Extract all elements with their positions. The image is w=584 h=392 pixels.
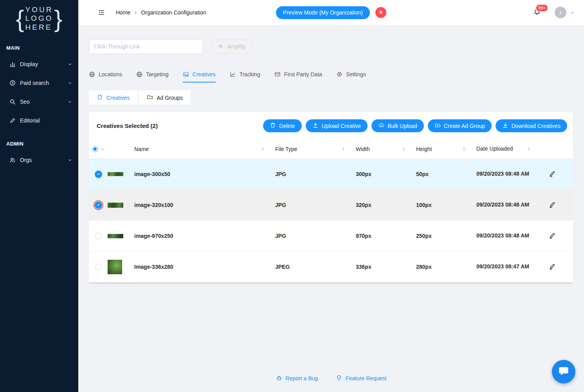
column-header-date-uploaded[interactable]: Date Uploaded ▲▼: [476, 145, 531, 153]
chat-widget-button[interactable]: [552, 360, 575, 383]
table-row[interactable]: image-320x100 JPG 320px 100px 09/20/2023…: [89, 190, 573, 221]
tab-first-party-data[interactable]: First Party Data: [274, 71, 322, 83]
cell-name: image-300x50: [134, 171, 275, 177]
cell-date-uploaded: 09/20/2023 08:47 AM: [476, 263, 531, 271]
top-bar: Home Organization Configuration Preview …: [78, 0, 584, 25]
sidebar-section-admin: ADMIN: [0, 130, 78, 151]
column-header-height[interactable]: Height ▲▼: [416, 146, 476, 152]
click-through-link-input[interactable]: [89, 39, 203, 54]
table-row[interactable]: image-970x250 JPG 970px 250px 09/20/2023…: [89, 221, 573, 252]
tab-tracking[interactable]: Tracking: [230, 71, 260, 83]
chevron-down-icon: [68, 158, 72, 162]
column-header-width[interactable]: Width ▲▼: [356, 146, 416, 152]
table-row[interactable]: image-300x50 JPG 300px 50px 09/20/2023 0…: [89, 159, 573, 190]
tab-targeting[interactable]: Targeting: [136, 71, 169, 83]
tab-creatives[interactable]: Creatives: [183, 71, 216, 83]
cell-name: image-970x250: [134, 233, 275, 239]
cell-height: 50px: [416, 171, 476, 177]
chat-icon: [558, 366, 569, 378]
trash-icon: [270, 122, 276, 129]
create-ad-group-button[interactable]: Create Ad Group: [428, 119, 492, 132]
sidebar-item-paid-search[interactable]: $ Paid search: [0, 74, 78, 92]
upload-icon: [312, 122, 319, 129]
logo-brace-right: }: [54, 7, 62, 30]
sound-icon: [218, 43, 224, 50]
creatives-panel: Creatives Selected (2) Delete Upload Cre…: [89, 112, 573, 284]
row-checkbox-checked-focused[interactable]: [95, 201, 102, 209]
check-icon: [96, 202, 101, 208]
bulb-icon: [336, 375, 342, 382]
delete-button[interactable]: Delete: [263, 119, 301, 132]
cell-file-type: JPEG: [275, 264, 356, 270]
column-header-file-type[interactable]: File Type ▲▼: [275, 146, 356, 152]
report-bug-link[interactable]: Report a Bug: [276, 375, 318, 382]
sidebar-item-display[interactable]: Display: [0, 55, 78, 74]
bulk-upload-button[interactable]: Bulk Upload: [371, 119, 424, 132]
check-icon: [96, 171, 101, 177]
cell-width: 970px: [356, 233, 416, 239]
sort-icon[interactable]: ▲▼: [402, 147, 405, 151]
bug-icon: [276, 375, 282, 382]
tab-bar: Locations Targeting Creatives Tracking F…: [89, 71, 573, 83]
tab-label: Locations: [99, 71, 122, 77]
sort-icon[interactable]: ▲▼: [342, 147, 345, 151]
chevron-down-icon[interactable]: [570, 11, 575, 15]
sort-icon[interactable]: ▲▼: [528, 147, 530, 151]
exit-preview-button[interactable]: [375, 7, 386, 18]
sidebar-item-editorial[interactable]: Editorial: [0, 111, 78, 130]
footer-link-label: Report a Bug: [286, 375, 318, 381]
tab-locations[interactable]: Locations: [89, 71, 122, 83]
tab-label: Creatives: [193, 71, 216, 77]
edit-button[interactable]: [547, 230, 557, 242]
chevron-down-icon: [68, 100, 72, 104]
edit-button[interactable]: [547, 200, 557, 211]
subtab-ad-groups[interactable]: Ad Groups: [139, 90, 191, 105]
table-scrollbar[interactable]: [89, 282, 573, 284]
edit-button[interactable]: [547, 261, 557, 273]
edit-button[interactable]: [547, 169, 557, 180]
sidebar: { YOUR LOGO HERE } MAIN Display $ Paid s…: [0, 0, 78, 392]
user-avatar[interactable]: r: [555, 7, 566, 18]
cell-height: 280px: [416, 264, 476, 270]
edit-icon: [549, 232, 556, 240]
header-right-group: 99+ r: [534, 7, 575, 18]
sort-icon[interactable]: ▲▼: [261, 147, 264, 151]
preview-mode-button[interactable]: Preview Mode (My Organization): [276, 6, 370, 19]
table-row[interactable]: Image-336x280 JPEG 336px 280px 09/20/202…: [89, 252, 573, 282]
cell-date-uploaded: 09/20/2023 08:48 AM: [476, 170, 531, 178]
sidebar-item-seo[interactable]: Seo: [0, 92, 78, 111]
subtab-creatives[interactable]: Creatives: [89, 90, 137, 105]
notification-bell[interactable]: 99+: [534, 8, 541, 17]
select-all-control[interactable]: [92, 146, 105, 152]
mail-icon: [274, 71, 281, 77]
file-icon: [97, 94, 103, 101]
chevron-down-icon: [68, 62, 72, 67]
sidebar-item-orgs[interactable]: Orgs: [0, 151, 78, 169]
creative-thumbnail: [108, 172, 123, 176]
subtab-bar: Creatives Ad Groups: [89, 90, 573, 105]
column-header-name[interactable]: Name ▲▼: [134, 146, 275, 152]
feature-request-link[interactable]: Feature Request: [336, 375, 386, 382]
button-label: Delete: [279, 123, 295, 129]
cloud-upload-icon: [378, 122, 384, 129]
row-checkbox-unchecked[interactable]: [95, 264, 102, 270]
row-checkbox-unchecked[interactable]: [95, 233, 102, 239]
globe-icon: [136, 71, 142, 77]
cell-name: image-320x100: [134, 202, 275, 208]
upload-creative-button[interactable]: Upload Creative: [306, 119, 368, 132]
row-checkbox-checked[interactable]: [95, 171, 102, 178]
logo: { YOUR LOGO HERE }: [0, 0, 78, 34]
creative-thumbnail: [108, 234, 123, 238]
cell-width: 336px: [356, 264, 416, 270]
click-through-row: Amplify: [89, 39, 573, 54]
tab-settings[interactable]: Settings: [336, 71, 366, 83]
subtab-label: Creatives: [106, 95, 130, 101]
menu-fold-icon[interactable]: [98, 9, 105, 16]
download-creatives-button[interactable]: Download Creatives: [496, 119, 567, 132]
amplify-button[interactable]: Amplify: [210, 40, 253, 54]
breadcrumb-home[interactable]: Home: [116, 9, 130, 16]
edit-icon: [549, 263, 556, 271]
download-icon: [502, 122, 508, 129]
sort-icon[interactable]: ▲▼: [463, 147, 465, 151]
bar-chart-icon: [9, 61, 16, 67]
